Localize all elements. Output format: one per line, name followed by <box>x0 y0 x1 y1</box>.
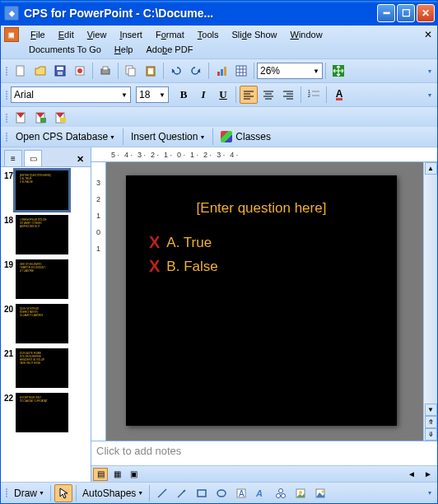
powerpoint-icon[interactable]: ▣ <box>4 27 19 42</box>
slide-canvas[interactable]: [Enter question here] XA. TrueXB. False <box>106 162 423 441</box>
menu-view[interactable]: View <box>81 27 114 42</box>
line-tool[interactable] <box>153 484 171 502</box>
numbered-list-button[interactable]: 12 <box>305 86 323 104</box>
undo-button[interactable] <box>167 62 185 80</box>
classes-button[interactable]: Classes <box>216 128 276 145</box>
thumbnail-list[interactable]: 17[ENTER QUESTION HERE]X A. TRUEX B. FAL… <box>1 167 91 482</box>
menu-window[interactable]: Window <box>284 27 329 42</box>
maximize-button[interactable]: ☐ <box>397 4 415 22</box>
clipart-tool[interactable] <box>291 484 310 502</box>
bold-button[interactable]: B <box>175 86 193 104</box>
scroll-left-button[interactable]: ◄ <box>404 468 419 481</box>
minimize-button[interactable]: ━ <box>377 4 395 22</box>
draw-menu[interactable]: Draw▼ <box>11 486 48 501</box>
toolbar-grip[interactable] <box>4 114 9 123</box>
permission-button[interactable] <box>71 62 89 80</box>
menu-file[interactable]: File <box>24 27 52 42</box>
wordart-tool[interactable]: A <box>252 484 270 502</box>
textbox-tool[interactable]: A <box>232 484 250 502</box>
font-name-combo[interactable]: Arial▼ <box>11 86 131 103</box>
move-button[interactable] <box>329 62 347 80</box>
toolbar-options[interactable]: ▾ <box>426 68 434 75</box>
slide-thumbnail[interactable]: DUIS AUTE IRUREDOLOR IN REPREHENDERIT IN… <box>16 348 68 388</box>
scroll-down-button[interactable]: ▼ <box>425 404 437 416</box>
sorter-view-button[interactable]: ▦ <box>110 468 124 481</box>
next-slide-button[interactable]: ⤋ <box>425 428 437 441</box>
normal-view-button[interactable]: ▤ <box>93 468 108 481</box>
menu-help[interactable]: Help <box>108 42 140 57</box>
svg-text:A: A <box>255 488 263 498</box>
close-button[interactable]: ✕ <box>417 4 435 22</box>
new-button[interactable] <box>12 62 30 80</box>
answer-text: A. True <box>166 235 212 251</box>
toolbar-grip[interactable] <box>4 133 9 142</box>
menu-documents-to-go[interactable]: Documents To Go <box>22 42 108 57</box>
font-color-button[interactable]: A <box>330 86 348 104</box>
oval-tool[interactable] <box>212 484 231 502</box>
slide-thumbnail[interactable]: SED DO EIUSMODTEMPOR INCIDIDUNTUT LABORE <box>16 259 68 299</box>
vertical-ruler[interactable]: 32101 <box>91 162 106 441</box>
copy-button[interactable] <box>122 62 140 80</box>
menu-format[interactable]: Format <box>149 27 191 42</box>
slideshow-view-button[interactable]: ▣ <box>126 468 141 481</box>
toolbar-grip[interactable] <box>4 488 9 497</box>
menu-insert[interactable]: Insert <box>113 27 149 42</box>
svg-point-49 <box>279 488 283 492</box>
open-cps-database-button[interactable]: Open CPS Database▼ <box>11 128 120 145</box>
pdf-icon-1[interactable] <box>12 109 30 127</box>
pdf-icon-3[interactable] <box>51 109 69 127</box>
slide-thumbnail[interactable]: [ENTER QUESTION HERE]X A. TRUEX B. FALSE <box>16 170 68 210</box>
align-right-button[interactable] <box>279 86 297 104</box>
slide-thumbnail[interactable]: QUIS NOSTRUDEXERCITATIONULLAMCO LABORIS <box>16 304 68 343</box>
slide-thumbnail[interactable]: EXCEPTEUR SINTOCCAECAT CUPIDATAT <box>16 393 68 432</box>
print-button[interactable] <box>96 62 114 80</box>
answer-option[interactable]: XB. False <box>141 257 382 276</box>
prev-slide-button[interactable]: ⤊ <box>425 416 437 428</box>
diagram-tool[interactable] <box>272 484 290 502</box>
formatting-toolbar: Arial▼ 18▼ B I U 12 A ▾ <box>1 83 437 107</box>
arrow-tool[interactable] <box>173 484 191 502</box>
chart-button[interactable] <box>212 62 231 80</box>
open-button[interactable] <box>31 62 49 80</box>
svg-rect-7 <box>103 67 108 70</box>
select-tool[interactable] <box>54 484 72 502</box>
paste-button[interactable] <box>142 62 160 80</box>
toolbar-options[interactable]: ▾ <box>426 91 434 99</box>
slides-tab[interactable]: ▭ <box>24 150 42 166</box>
font-size-combo[interactable]: 18▼ <box>136 86 169 103</box>
italic-button[interactable]: I <box>194 86 212 104</box>
toolbar-options[interactable]: ▾ <box>426 489 434 497</box>
answer-option[interactable]: XA. True <box>141 233 382 252</box>
slide[interactable]: [Enter question here] XA. TrueXB. False <box>126 175 397 426</box>
menu-edit[interactable]: Edit <box>52 27 81 42</box>
scroll-up-button[interactable]: ▲ <box>425 162 437 175</box>
pdf-icon-2[interactable] <box>31 109 49 127</box>
insert-question-button[interactable]: Insert Question▼ <box>126 128 210 145</box>
save-button[interactable] <box>51 62 69 80</box>
scroll-right-button[interactable]: ► <box>421 468 436 481</box>
doc-close-button[interactable]: ✕ <box>424 29 432 40</box>
redo-button[interactable] <box>187 62 205 80</box>
slide-thumbnail[interactable]: LOREM IPSUM DOLORSIT AMET CONSECADIPISCI… <box>16 215 68 254</box>
menu-adobe-pdf[interactable]: Adobe PDF <box>139 42 199 57</box>
outline-tab[interactable]: ≡ <box>4 150 22 166</box>
rectangle-tool[interactable] <box>193 484 211 502</box>
menu-tools[interactable]: Tools <box>191 27 226 42</box>
titlebar[interactable]: ◆ CPS for PowerPoint - C:\Docume... ━ ☐ … <box>1 1 437 26</box>
vertical-scrollbar[interactable]: ▲ ▼ ⤊ ⤋ <box>423 162 437 441</box>
toolbar-grip[interactable] <box>4 67 9 76</box>
align-center-button[interactable] <box>259 86 277 104</box>
menu-slideshow[interactable]: Slide Show <box>225 27 283 42</box>
notes-pane[interactable]: Click to add notes <box>91 441 437 465</box>
zoom-combo[interactable]: 26%▼ <box>257 63 323 79</box>
underline-button[interactable]: U <box>214 86 232 104</box>
picture-tool[interactable] <box>311 484 329 502</box>
table-button[interactable] <box>232 62 250 80</box>
autoshapes-menu[interactable]: AutoShapes▼ <box>79 486 147 501</box>
toolbar-grip[interactable] <box>4 91 9 100</box>
question-placeholder[interactable]: [Enter question here] <box>141 200 382 217</box>
standard-toolbar: 26%▼ ▾ <box>1 59 437 83</box>
panel-close-button[interactable]: ✕ <box>73 152 87 166</box>
align-left-button[interactable] <box>240 86 258 104</box>
horizontal-ruler[interactable]: 5 ·4 ·3 ·2 ·1 ·0 ·1 ·2 ·3 ·4 · <box>91 147 437 162</box>
